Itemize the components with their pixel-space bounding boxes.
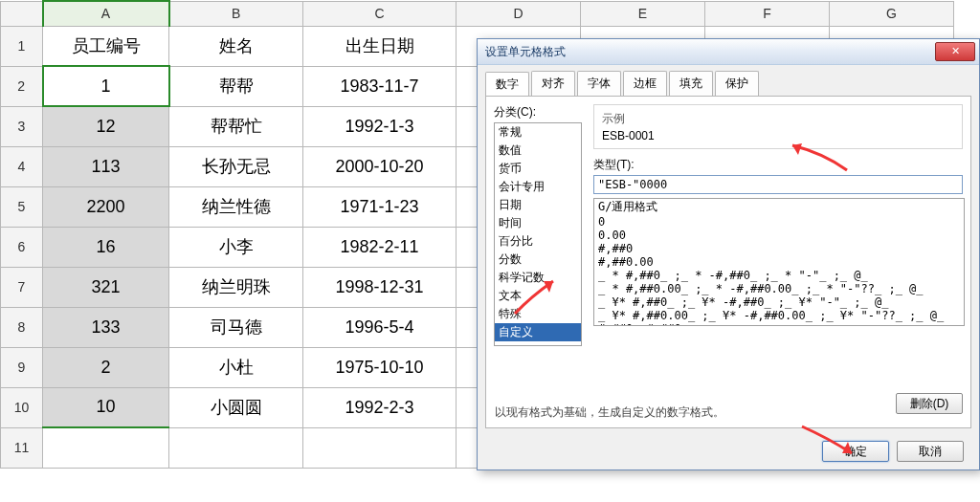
col-header-B[interactable]: B — [169, 1, 303, 26]
col-header-F[interactable]: F — [705, 1, 830, 26]
format-item[interactable]: _ ¥* #,##0_ ;_ ¥* -#,##0_ ;_ ¥* "-"_ ;_ … — [594, 295, 964, 309]
row-header-10[interactable]: 10 — [1, 387, 43, 427]
cell[interactable]: 纳兰明珠 — [169, 267, 303, 307]
cell[interactable]: 1992-2-3 — [303, 387, 457, 427]
dialog-title: 设置单元格格式 — [485, 44, 935, 60]
cell[interactable]: 321 — [43, 267, 169, 307]
example-value: ESB-0001 — [602, 129, 954, 142]
row-header-7[interactable]: 7 — [1, 267, 43, 307]
cell[interactable]: 1982-2-11 — [303, 227, 457, 267]
row-header-11[interactable]: 11 — [1, 427, 43, 468]
format-list[interactable]: G/通用格式 0 0.00 #,##0 #,##0.00 _ * #,##0_ … — [593, 198, 965, 326]
cell[interactable]: 小杜 — [169, 347, 303, 387]
col-header-C[interactable]: C — [303, 1, 457, 26]
cell[interactable]: 出生日期 — [303, 26, 457, 66]
cell[interactable]: 姓名 — [169, 26, 303, 66]
type-input[interactable] — [593, 175, 963, 194]
cell[interactable]: 员工编号 — [43, 26, 169, 66]
cell[interactable]: 司马德 — [169, 307, 303, 347]
col-header-A[interactable]: A — [43, 1, 169, 26]
category-item[interactable]: 科学记数 — [495, 269, 581, 287]
format-item[interactable]: _ * #,##0.00_ ;_ * -#,##0.00_ ;_ * "-"??… — [594, 282, 964, 295]
cell[interactable]: 纳兰性德 — [169, 186, 303, 227]
row-header-5[interactable]: 5 — [1, 186, 43, 227]
type-label: 类型(T): — [593, 157, 963, 173]
cell[interactable]: 133 — [43, 307, 169, 347]
cell[interactable]: 2000-10-20 — [303, 146, 457, 186]
tab-font[interactable]: 字体 — [577, 71, 621, 96]
ok-button[interactable]: 确定 — [822, 441, 889, 462]
tab-fill[interactable]: 填充 — [669, 71, 713, 96]
example-label: 示例 — [602, 111, 954, 127]
category-list[interactable]: 常规 数值 货币 会计专用 日期 时间 百分比 分数 科学记数 文本 特殊 自定… — [494, 122, 582, 346]
cell[interactable]: 2200 — [43, 186, 169, 227]
cancel-button[interactable]: 取消 — [897, 441, 964, 462]
category-item[interactable]: 特殊 — [495, 305, 581, 323]
col-header-E[interactable]: E — [581, 1, 705, 26]
category-item[interactable]: 货币 — [495, 160, 581, 178]
format-item[interactable]: _ ¥* #,##0.00_ ;_ ¥* -#,##0.00_ ;_ ¥* "-… — [594, 309, 964, 322]
category-item[interactable]: 日期 — [495, 196, 581, 214]
col-header-G[interactable]: G — [830, 1, 954, 26]
tab-number[interactable]: 数字 — [485, 72, 529, 97]
cell[interactable]: 1983-11-7 — [303, 66, 457, 106]
close-icon[interactable]: ✕ — [935, 42, 975, 61]
cell[interactable]: 小李 — [169, 227, 303, 267]
cell[interactable]: 113 — [43, 146, 169, 186]
format-item[interactable]: #,##0 — [594, 242, 964, 255]
example-box: 示例 ESB-0001 — [593, 104, 963, 149]
dialog-tabs: 数字 对齐 字体 边框 填充 保护 — [478, 65, 979, 96]
format-item[interactable]: #,##0;-#,##0 — [594, 322, 964, 326]
format-cells-dialog: 设置单元格格式 ✕ 数字 对齐 字体 边框 填充 保护 分类(C): 常规 数值… — [477, 38, 980, 470]
category-item[interactable]: 百分比 — [495, 232, 581, 251]
dialog-description: 以现有格式为基础，生成自定义的数字格式。 — [495, 404, 724, 421]
category-item[interactable]: 文本 — [495, 287, 581, 305]
category-item[interactable]: 数值 — [495, 142, 581, 160]
tab-border[interactable]: 边框 — [623, 71, 667, 96]
cell[interactable]: 1975-10-10 — [303, 347, 457, 387]
row-header-3[interactable]: 3 — [1, 106, 43, 146]
format-item[interactable]: 0.00 — [594, 229, 964, 242]
tab-alignment[interactable]: 对齐 — [531, 71, 575, 96]
cell[interactable]: 1998-12-31 — [303, 267, 457, 307]
tab-protection[interactable]: 保护 — [715, 71, 759, 96]
category-item[interactable]: 分数 — [495, 251, 581, 269]
cell[interactable]: 16 — [43, 227, 169, 267]
cell[interactable]: 12 — [43, 106, 169, 146]
category-item-custom[interactable]: 自定义 — [495, 323, 581, 341]
row-header-6[interactable]: 6 — [1, 227, 43, 267]
row-header-8[interactable]: 8 — [1, 307, 43, 347]
row-header-4[interactable]: 4 — [1, 146, 43, 186]
dialog-titlebar[interactable]: 设置单元格格式 ✕ — [478, 39, 979, 65]
row-header-2[interactable]: 2 — [1, 66, 43, 106]
category-item[interactable]: 会计专用 — [495, 178, 581, 196]
cell-active[interactable]: 1 — [43, 66, 169, 106]
cell[interactable]: 1992-1-3 — [303, 106, 457, 146]
row-header-1[interactable]: 1 — [1, 26, 43, 66]
cell[interactable]: 1971-1-23 — [303, 186, 457, 227]
category-item[interactable]: 常规 — [495, 123, 581, 142]
format-item[interactable]: _ * #,##0_ ;_ * -#,##0_ ;_ * "-"_ ;_ @_ — [594, 269, 964, 282]
format-item[interactable]: #,##0.00 — [594, 255, 964, 269]
cell[interactable]: 帮帮 — [169, 66, 303, 106]
delete-button[interactable]: 删除(D) — [896, 393, 963, 414]
format-item[interactable]: G/通用格式 — [594, 199, 964, 215]
cell[interactable]: 2 — [43, 347, 169, 387]
select-all-corner[interactable] — [1, 1, 43, 26]
format-item[interactable]: 0 — [594, 215, 964, 229]
row-header-9[interactable]: 9 — [1, 347, 43, 387]
cell[interactable]: 长孙无忌 — [169, 146, 303, 186]
cell[interactable]: 小圆圆 — [169, 387, 303, 427]
col-header-D[interactable]: D — [457, 1, 581, 26]
cell[interactable]: 帮帮忙 — [169, 106, 303, 146]
cell[interactable]: 10 — [43, 387, 169, 427]
category-item[interactable]: 时间 — [495, 214, 581, 232]
cell[interactable]: 1996-5-4 — [303, 307, 457, 347]
